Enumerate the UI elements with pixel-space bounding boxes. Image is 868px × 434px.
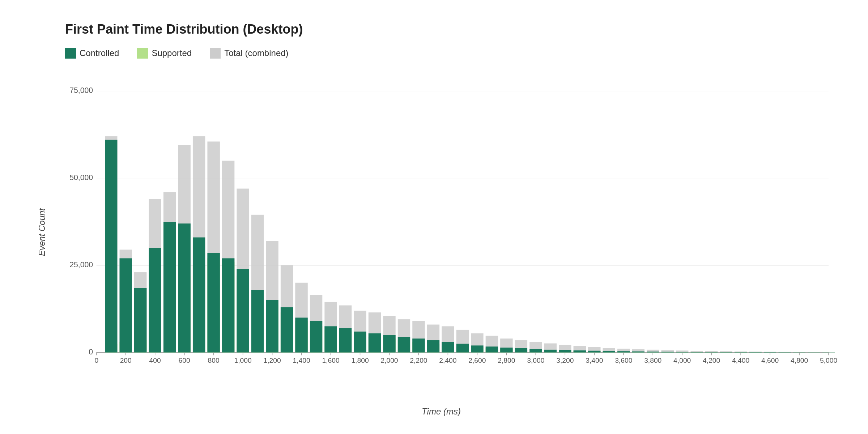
svg-rect-142 — [749, 352, 761, 353]
legend-item-controlled: Controlled — [65, 48, 119, 59]
svg-rect-58 — [339, 328, 352, 352]
chart-container: First Paint Time Distribution (Desktop) … — [0, 0, 868, 434]
svg-rect-91 — [500, 348, 512, 352]
svg-rect-82 — [456, 344, 469, 352]
svg-text:4,600: 4,600 — [761, 357, 779, 364]
svg-rect-25 — [178, 224, 190, 353]
svg-text:400: 400 — [149, 357, 161, 364]
svg-rect-100 — [544, 350, 557, 353]
svg-text:2,600: 2,600 — [468, 357, 486, 364]
svg-rect-64 — [369, 333, 381, 353]
svg-text:1,600: 1,600 — [322, 357, 339, 364]
svg-text:2,200: 2,200 — [410, 357, 427, 364]
svg-text:0: 0 — [94, 357, 98, 364]
legend-item-supported: Supported — [137, 48, 192, 59]
legend-item-total: Total (combined) — [210, 48, 288, 59]
svg-rect-76 — [427, 340, 439, 353]
svg-rect-55 — [324, 326, 337, 352]
legend-label-total: Total (combined) — [224, 48, 288, 58]
svg-text:2,800: 2,800 — [498, 357, 515, 364]
svg-rect-145 — [764, 352, 776, 353]
svg-text:3,600: 3,600 — [615, 357, 632, 364]
svg-text:1,400: 1,400 — [293, 357, 310, 364]
svg-rect-85 — [471, 345, 483, 352]
svg-text:3,200: 3,200 — [556, 357, 574, 364]
svg-text:800: 800 — [208, 357, 220, 364]
legend-label-controlled: Controlled — [80, 48, 119, 58]
svg-rect-127 — [676, 352, 688, 353]
svg-rect-34 — [222, 258, 234, 352]
svg-rect-136 — [720, 352, 732, 353]
svg-text:5,000: 5,000 — [820, 357, 837, 364]
svg-text:200: 200 — [120, 357, 132, 364]
svg-rect-13 — [120, 258, 132, 352]
legend: Controlled Supported Total (combined) — [43, 48, 839, 59]
svg-text:2,000: 2,000 — [380, 357, 398, 364]
svg-rect-46 — [281, 307, 293, 352]
svg-rect-49 — [295, 318, 307, 352]
svg-rect-139 — [735, 352, 747, 353]
svg-text:4,400: 4,400 — [732, 357, 749, 364]
svg-rect-97 — [529, 349, 542, 353]
svg-rect-106 — [574, 350, 586, 353]
svg-rect-28 — [193, 237, 205, 352]
svg-rect-79 — [442, 342, 454, 353]
x-axis-label: Time (ms) — [422, 407, 461, 417]
legend-swatch-total — [210, 48, 221, 59]
svg-text:25,000: 25,000 — [69, 260, 93, 269]
svg-rect-94 — [515, 348, 527, 353]
y-axis-label: Event Count — [37, 208, 47, 256]
svg-text:1,000: 1,000 — [234, 357, 252, 364]
svg-rect-109 — [588, 351, 600, 353]
svg-text:75,000: 75,000 — [69, 86, 93, 94]
svg-rect-52 — [310, 321, 322, 353]
svg-text:4,000: 4,000 — [673, 357, 691, 364]
svg-rect-19 — [149, 248, 161, 352]
svg-rect-10 — [105, 140, 117, 353]
svg-rect-73 — [412, 339, 425, 353]
svg-text:50,000: 50,000 — [69, 173, 93, 182]
svg-rect-37 — [237, 269, 249, 352]
svg-rect-67 — [383, 335, 395, 352]
legend-swatch-supported — [137, 48, 148, 59]
svg-rect-103 — [559, 350, 571, 353]
svg-text:0: 0 — [89, 348, 93, 356]
svg-text:600: 600 — [179, 357, 190, 364]
svg-rect-43 — [266, 300, 278, 353]
legend-swatch-controlled — [65, 48, 76, 59]
chart-svg: 025,00050,00075,00002004006008001,0001,2… — [65, 73, 839, 391]
svg-text:1,800: 1,800 — [351, 357, 369, 364]
svg-rect-70 — [398, 337, 410, 352]
svg-rect-115 — [617, 351, 630, 352]
svg-text:4,200: 4,200 — [703, 357, 720, 364]
svg-rect-61 — [354, 332, 366, 353]
svg-text:4,800: 4,800 — [791, 357, 808, 364]
svg-rect-124 — [661, 352, 674, 353]
svg-text:1,200: 1,200 — [263, 357, 281, 364]
svg-rect-16 — [134, 288, 146, 352]
svg-text:3,800: 3,800 — [644, 357, 661, 364]
svg-text:2,400: 2,400 — [439, 357, 456, 364]
svg-rect-112 — [603, 351, 615, 353]
svg-rect-40 — [251, 290, 264, 353]
svg-rect-22 — [163, 222, 176, 352]
svg-text:3,400: 3,400 — [586, 357, 603, 364]
svg-text:3,000: 3,000 — [527, 357, 544, 364]
chart-title: First Paint Time Distribution (Desktop) — [43, 22, 839, 37]
svg-rect-121 — [647, 352, 659, 352]
legend-label-supported: Supported — [152, 48, 192, 58]
svg-rect-88 — [486, 346, 498, 352]
svg-rect-118 — [632, 352, 644, 353]
svg-rect-130 — [690, 352, 703, 352]
svg-rect-133 — [705, 352, 718, 352]
chart-area: Event Count Time (ms) 025,00050,00075,00… — [43, 73, 839, 391]
svg-rect-31 — [207, 253, 220, 353]
